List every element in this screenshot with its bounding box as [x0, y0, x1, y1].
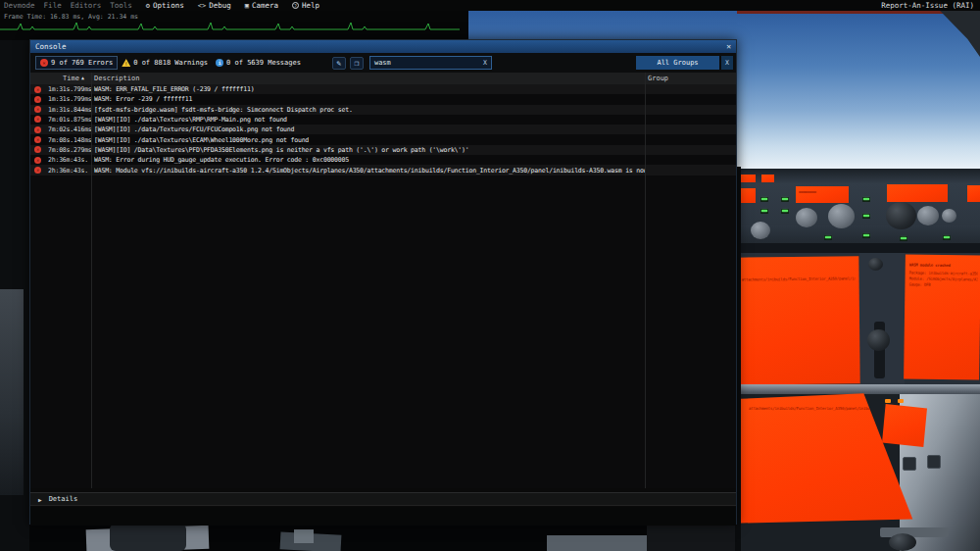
fcu-vs-knob[interactable] [917, 206, 939, 225]
code-icon: <> [198, 2, 206, 10]
warnings-filter-button[interactable]: ! 0 of 8818 Warnings [118, 57, 212, 69]
column-divider [645, 84, 646, 488]
log-time: 2h:36m:43s. [48, 156, 91, 164]
fcu-display-error [967, 185, 980, 202]
column-header-group[interactable]: Group [648, 75, 668, 82]
chevron-right-icon: ▶ [38, 496, 42, 503]
info-icon: i [216, 59, 223, 67]
fcu-button[interactable] [781, 197, 789, 202]
pedestal-shadow-area [647, 525, 737, 551]
details-expander[interactable]: ▶ Details [30, 492, 736, 506]
nd-display-error: WASM module crashed Package: inibuilds-a… [904, 254, 980, 379]
menu-help[interactable]: ? Help [292, 1, 319, 10]
pedestal-button-strip [880, 527, 949, 537]
nd-error-line: Package: inibuilds-aircraft-a350 1.2.4 [909, 271, 978, 276]
indicator-light [885, 399, 891, 403]
fcu-speed-knob[interactable] [796, 208, 817, 227]
trim-wheel-knob[interactable] [889, 533, 916, 551]
pedestal-switch[interactable] [927, 455, 941, 469]
log-description: [WASM][IO] /Data\Textures\PFD\PFDA350Ele… [94, 146, 645, 154]
log-time: 1m:31s.799ms [48, 95, 91, 103]
fcu-left-knob[interactable] [751, 222, 770, 239]
menu-options-label: Options [153, 1, 184, 10]
report-an-issue-button[interactable]: Report-An-Issue (RAI) [881, 1, 974, 10]
log-row[interactable]: ✕ 1m:31s.799ms WASM: Error -239 / ffffff… [30, 94, 736, 104]
log-row[interactable]: ✕ 2h:36m:43s. WASM: Error during HUD_gau… [30, 155, 736, 165]
fcu-button[interactable] [760, 197, 768, 202]
messages-filter-button[interactable]: i 0 of 5639 Messages [212, 57, 305, 69]
log-row[interactable]: ✕ 7m:08s.148ms [WASM][IO] ./data\Texture… [30, 134, 736, 144]
log-time: 7m:01s.875ms [48, 116, 91, 124]
menu-camera-label: Camera [252, 1, 278, 10]
log-row[interactable]: ✕ 7m:02s.416ms [WASM][IO] ./data/Texture… [30, 125, 736, 134]
log-time: 1m:31s.799ms [48, 85, 91, 93]
menu-devmode[interactable]: Devmode [4, 1, 35, 10]
console-table-header: Time ▲ Description Group [30, 73, 736, 84]
log-description: WASM: Error during HUD_gauge_update exec… [94, 156, 645, 164]
error-icon: ✕ [34, 116, 41, 123]
menu-debug[interactable]: <> Debug [198, 1, 231, 10]
error-icon: ✕ [34, 146, 41, 153]
fcu-button[interactable] [862, 197, 870, 202]
pedestal-side-detail [294, 529, 314, 543]
fcu-altitude-knob[interactable] [886, 202, 916, 229]
column-divider [91, 73, 92, 84]
log-row[interactable]: ✕ 1m:31s.799ms WASM: ERR_FATAL_FILE_ERRO… [30, 84, 736, 94]
error-icon: ✕ [34, 136, 41, 143]
sort-asc-icon: ▲ [81, 75, 84, 80]
log-row[interactable]: ✕ 7m:01s.875ms [WASM][IO] ./data\Texture… [30, 115, 736, 125]
errors-filter-button[interactable]: ✕ 9 of 769 Errors [35, 56, 118, 70]
log-time: 2h:36m:43s. [48, 167, 91, 175]
pencil-icon: ✎ [337, 59, 342, 68]
menu-tools[interactable]: Tools [110, 1, 132, 10]
menu-editors[interactable]: Editors [71, 1, 102, 10]
search-value: wasm [374, 59, 483, 67]
fcu-display-error [740, 175, 756, 182]
fcu-button[interactable] [760, 209, 768, 214]
console-window: Console ✕ ✕ 9 of 769 Errors ! 0 of 8818 … [29, 39, 737, 525]
clear-console-button[interactable]: ✎ [332, 57, 346, 70]
menu-help-label: Help [302, 1, 319, 10]
console-title: Console [35, 42, 67, 51]
panel-knob[interactable] [868, 258, 883, 271]
pedestal-switch[interactable] [903, 457, 916, 471]
log-row[interactable]: ✕ 1m:31s.844ms [fsdt-msfs-bridge.wasm] f… [30, 105, 736, 115]
warning-icon: ! [122, 59, 130, 67]
close-icon[interactable]: ✕ [726, 42, 731, 51]
fcu-button[interactable] [943, 235, 951, 240]
fcu-button[interactable] [862, 214, 870, 219]
search-clear-icon[interactable]: X [483, 59, 487, 67]
error-icon: ✕ [34, 86, 41, 93]
menu-debug-label: Debug [209, 1, 231, 10]
error-icon: ✕ [34, 96, 41, 103]
pedestal-front-rail [547, 535, 649, 551]
console-log-list[interactable]: ✕ 1m:31s.799ms WASM: ERR_FATAL_FILE_ERRO… [30, 84, 736, 488]
fcu-button[interactable] [900, 236, 907, 241]
error-icon: ✕ [34, 106, 41, 113]
frame-time-graph [0, 20, 468, 32]
fcu-heading-knob[interactable] [828, 204, 855, 228]
fcu-button[interactable] [824, 235, 832, 240]
log-description: WASM: Module vfs://inibuilds-aircraft-a3… [94, 167, 645, 175]
fcu-button[interactable] [862, 233, 870, 238]
console-title-bar[interactable]: Console ✕ [30, 40, 736, 53]
fcu-baro-knob[interactable] [942, 209, 956, 223]
gear-lever-knob[interactable] [867, 329, 890, 351]
copy-log-button[interactable]: ❐ [350, 57, 364, 70]
gear-icon: ⚙ [146, 2, 150, 10]
log-row[interactable]: ✕ 7m:08s.279ms [WASM][IO] /Data\Textures… [30, 145, 736, 155]
log-description: [WASM][IO] ./data\Textures\ECAM\Wheel100… [94, 136, 645, 144]
cockpit-seat-edge [0, 289, 24, 495]
column-header-description[interactable]: Description [94, 75, 139, 82]
column-header-time[interactable]: Time [63, 75, 79, 82]
menu-options[interactable]: ⚙ Options [146, 1, 184, 10]
groups-clear-icon[interactable]: X [721, 56, 733, 70]
fcu-button[interactable] [781, 209, 789, 214]
log-row[interactable]: ✕ 2h:36m:43s. WASM: Module vfs://inibuil… [30, 165, 736, 175]
menu-camera[interactable]: ▣ Camera [245, 1, 278, 10]
menu-file[interactable]: File [44, 1, 62, 10]
error-icon: ✕ [40, 59, 48, 67]
search-input[interactable]: wasm X [369, 56, 492, 70]
log-time: 1m:31s.844ms [48, 106, 91, 114]
all-groups-dropdown[interactable]: All Groups [636, 56, 719, 70]
